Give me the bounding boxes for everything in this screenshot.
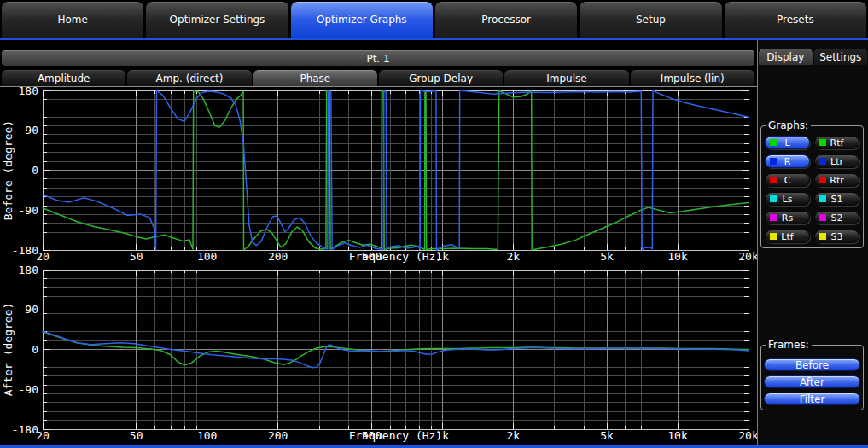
channel-button-label: S1 [831, 194, 843, 205]
svg-text:5k: 5k [600, 429, 614, 442]
panel-tab-display[interactable]: Display [759, 49, 813, 65]
channel-color-chip [770, 214, 777, 221]
channel-color-chip [819, 139, 826, 146]
channel-color-chip [770, 233, 777, 240]
svg-text:-90: -90 [19, 383, 38, 396]
nav-tab-label: Home [57, 14, 87, 27]
nav-tab-label: Presets [777, 14, 814, 27]
side-panel-tabs: DisplaySettings [759, 49, 867, 65]
svg-text:0: 0 [32, 343, 38, 356]
channel-color-chip [770, 139, 777, 146]
panel-tab-settings[interactable]: Settings [814, 49, 868, 65]
svg-text:90: 90 [25, 303, 38, 316]
channel-button-label: S2 [831, 212, 843, 224]
graphs-group-title: Graphs: [766, 119, 811, 131]
svg-text:90: 90 [25, 124, 38, 137]
channel-color-chip [819, 214, 826, 221]
svg-text:180: 180 [19, 84, 38, 97]
svg-text:-180: -180 [12, 244, 38, 257]
nav-tab-label: Setup [636, 14, 666, 27]
svg-text:Before (degree): Before (degree) [2, 120, 15, 220]
channel-button-label: L [784, 137, 789, 148]
nav-tab-label: Optimizer Settings [170, 14, 265, 27]
channel-button-label: C [784, 175, 791, 186]
point-selector-bar[interactable]: Pt. 1 [2, 50, 754, 66]
frame-button-after[interactable]: After [764, 375, 860, 388]
channel-button-s3[interactable]: S3 [814, 230, 859, 243]
channel-button-label: Ls [783, 194, 793, 205]
svg-text:0: 0 [32, 164, 38, 177]
nav-tab-home[interactable]: Home [2, 2, 143, 38]
frame-button-label: Before [795, 359, 829, 371]
channel-color-chip [819, 195, 826, 202]
channel-button-label: Rtf [830, 137, 844, 148]
graphs-area: Pt. 1 AmplitudeAmp. (direct)PhaseGroup D… [0, 40, 757, 448]
channel-color-chip [819, 158, 826, 165]
channel-color-chip [770, 195, 777, 202]
svg-text:20: 20 [36, 429, 50, 442]
nav-tab-setup[interactable]: Setup [580, 2, 721, 38]
nav-tab-label: Optimizer Graphs [317, 14, 407, 27]
svg-text:20k: 20k [738, 429, 759, 442]
main-nav-tabs: HomeOptimizer SettingsOptimizer GraphsPr… [0, 0, 868, 38]
channel-button-label: S3 [831, 231, 843, 242]
channel-button-c[interactable]: C [765, 173, 810, 187]
frame-button-label: After [800, 376, 824, 388]
svg-text:50: 50 [130, 429, 143, 442]
svg-text:2k: 2k [506, 429, 520, 442]
point-selector-label: Pt. 1 [366, 53, 389, 65]
channel-color-chip [770, 177, 777, 183]
frames-group-title: Frames: [766, 339, 812, 351]
channel-button-label: Rs [782, 212, 793, 224]
channel-button-rs[interactable]: Rs [765, 211, 810, 224]
nav-tab-optimizer-graphs[interactable]: Optimizer Graphs [291, 2, 433, 38]
frame-button-filter[interactable]: Filter [764, 393, 860, 405]
svg-text:Frequency (Hz): Frequency (Hz) [349, 429, 443, 442]
channel-button-label: Ltf [781, 231, 793, 242]
panel-tab-label: Display [766, 51, 804, 63]
frame-button-before[interactable]: Before [764, 358, 860, 371]
channel-button-r[interactable]: R [765, 154, 810, 168]
channel-button-s2[interactable]: S2 [814, 211, 859, 224]
side-panel: DisplaySettings Graphs: LRtfRLtrCRtrLsS1… [757, 40, 868, 448]
svg-text:After (degree): After (degree) [2, 303, 15, 397]
graphs-channel-group: Graphs: LRtfRLtrCRtrLsS1RsS2LtfS3 [760, 125, 864, 248]
svg-text:100: 100 [197, 429, 217, 442]
panel-tab-label: Settings [819, 51, 861, 63]
svg-text:180: 180 [19, 264, 38, 276]
frames-group: Frames: BeforeAfterFilter [760, 345, 864, 410]
channel-color-chip [819, 177, 826, 183]
channel-button-ltf[interactable]: Ltf [765, 230, 810, 243]
svg-text:200: 200 [268, 429, 288, 442]
svg-text:10k: 10k [667, 429, 688, 442]
nav-tab-optimizer-settings[interactable]: Optimizer Settings [146, 2, 288, 38]
svg-text:-180: -180 [12, 423, 38, 436]
nav-tab-label: Processor [481, 14, 531, 27]
channel-button-s1[interactable]: S1 [814, 192, 859, 206]
channel-button-ls[interactable]: Ls [765, 192, 810, 206]
nav-tab-processor[interactable]: Processor [435, 2, 577, 38]
nav-tab-presets[interactable]: Presets [725, 2, 866, 38]
before-phase-chart: 180900-90-18020501002005001k2k5k10k20kFr… [0, 82, 759, 265]
app-window: HomeOptimizer SettingsOptimizer GraphsPr… [0, 0, 868, 448]
frames-buttons: BeforeAfterFilter [761, 346, 863, 405]
channel-button-rtr[interactable]: Rtr [814, 173, 859, 187]
channel-button-l[interactable]: L [765, 136, 810, 149]
channel-color-chip [770, 158, 777, 165]
channel-button-ltr[interactable]: Ltr [814, 154, 859, 168]
after-phase-chart: 180900-90-18020501002005001k2k5k10k20kFr… [0, 261, 759, 448]
channel-button-label: Rtr [830, 175, 843, 186]
channel-grid: LRtfRLtrCRtrLsS1RsS2LtfS3 [761, 126, 863, 243]
channel-button-rtf[interactable]: Rtf [814, 136, 859, 149]
frame-button-label: Filter [800, 393, 825, 405]
channel-button-label: R [784, 156, 791, 167]
channel-color-chip [819, 233, 826, 240]
channel-button-label: Ltr [830, 156, 843, 167]
svg-text:-90: -90 [19, 204, 38, 217]
